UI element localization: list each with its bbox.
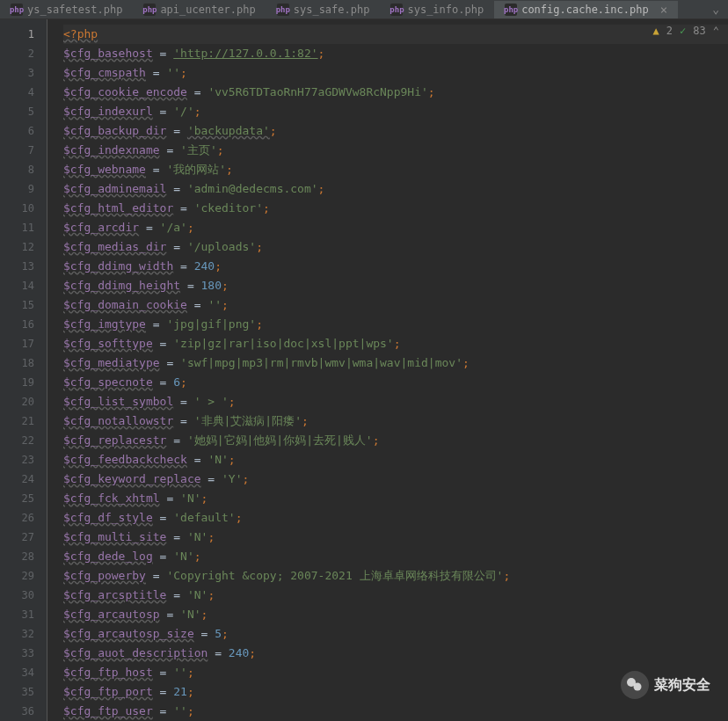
line-number[interactable]: 14 xyxy=(0,276,47,295)
code-line: $cfg_arcautosp = 'N'; xyxy=(63,605,728,624)
line-number[interactable]: 26 xyxy=(0,508,47,528)
line-number[interactable]: 11 xyxy=(0,218,47,237)
code-line: $cfg_indexname = '主页'; xyxy=(63,141,728,160)
code-line: $cfg_html_editor = 'ckeditor'; xyxy=(63,199,728,218)
gutter: 1 2 3 4 5 6 7 8 9 10 11 12 13 14 15 16 1… xyxy=(0,19,47,721)
line-number[interactable]: 13 xyxy=(0,257,47,276)
wechat-icon xyxy=(621,671,649,699)
code-line: $cfg_indexurl = '/'; xyxy=(63,102,728,121)
php-icon: php xyxy=(390,4,403,16)
warning-icon: ▲ xyxy=(653,25,659,37)
code-line: <?php xyxy=(63,25,728,44)
php-icon: php xyxy=(11,4,23,16)
line-number[interactable]: 28 xyxy=(0,547,47,566)
line-number[interactable]: 23 xyxy=(0,450,47,470)
code-line: $cfg_webname = '我的网站'; xyxy=(63,160,728,179)
code-line: $cfg_specnote = 6; xyxy=(63,373,728,392)
code-line: $cfg_notallowstr = '非典|艾滋病|阳痿'; xyxy=(63,411,728,431)
tab-config-cache[interactable]: phpconfig.cache.inc.php× xyxy=(494,1,678,18)
code-line: $cfg_basehost = 'http://127.0.0.1:82'; xyxy=(63,44,728,63)
line-number[interactable]: 16 xyxy=(0,315,47,334)
code-line: $cfg_medias_dir = '/uploads'; xyxy=(63,237,728,257)
line-number[interactable]: 25 xyxy=(0,489,47,508)
php-icon: php xyxy=(143,4,156,16)
line-number[interactable]: 2 xyxy=(0,44,47,63)
line-number[interactable]: 22 xyxy=(0,431,47,450)
line-number[interactable]: 35 xyxy=(0,682,47,702)
code-line: $cfg_fck_xhtml = 'N'; xyxy=(63,489,728,508)
code-line: $cfg_dede_log = 'N'; xyxy=(63,547,728,566)
code-line: $cfg_cookie_encode = 'vv5R6TDTaoRnH77aGD… xyxy=(63,83,728,102)
check-icon: ✓ xyxy=(680,25,686,37)
tab-api-ucenter[interactable]: phpapi_ucenter.php xyxy=(133,2,266,18)
watermark: 菜狗安全 xyxy=(621,671,710,699)
line-number[interactable]: 15 xyxy=(0,295,47,315)
chevron-down-icon[interactable]: ⌄ xyxy=(703,3,728,16)
line-number[interactable]: 20 xyxy=(0,392,47,411)
code-line: $cfg_adminemail = 'admin@dedecms.com'; xyxy=(63,179,728,199)
code-line: $cfg_ddimg_width = 240; xyxy=(63,257,728,276)
code-line: $cfg_imgtype = 'jpg|gif|png'; xyxy=(63,315,728,334)
line-number[interactable]: 36 xyxy=(0,702,47,721)
code-line: $cfg_backup_dir = 'backupdata'; xyxy=(63,121,728,141)
line-number[interactable]: 24 xyxy=(0,470,47,489)
line-number[interactable]: 34 xyxy=(0,663,47,682)
tab-bar: phpys_safetest.php phpapi_ucenter.php ph… xyxy=(0,0,728,19)
code-area[interactable]: <?php $cfg_basehost = 'http://127.0.0.1:… xyxy=(47,19,728,721)
line-number[interactable]: 17 xyxy=(0,334,47,353)
close-icon[interactable]: × xyxy=(660,3,667,17)
inspection-status: ▲2 ✓83 ⌃ xyxy=(653,25,719,37)
code-line: $cfg_multi_site = 'N'; xyxy=(63,528,728,547)
code-line: $cfg_replacestr = '她妈|它妈|他妈|你妈|去死|贱人'; xyxy=(63,431,728,450)
code-editor[interactable]: 1 2 3 4 5 6 7 8 9 10 11 12 13 14 15 16 1… xyxy=(0,19,728,721)
code-line: $cfg_feedbackcheck = 'N'; xyxy=(63,450,728,470)
tab-sys-info[interactable]: phpsys_info.php xyxy=(380,2,494,18)
svg-point-1 xyxy=(634,683,642,691)
code-line: $cfg_auot_description = 240; xyxy=(63,644,728,663)
line-number[interactable]: 9 xyxy=(0,179,47,199)
php-icon: php xyxy=(505,4,517,16)
line-number[interactable]: 27 xyxy=(0,528,47,547)
line-number[interactable]: 1 xyxy=(0,25,47,44)
code-line: $cfg_domain_cookie = ''; xyxy=(63,295,728,315)
code-line: $cfg_list_symbol = ' > '; xyxy=(63,392,728,411)
line-number[interactable]: 18 xyxy=(0,353,47,373)
code-line: $cfg_powerby = 'Copyright &copy; 2007-20… xyxy=(63,566,728,586)
code-line: $cfg_arcautosp_size = 5; xyxy=(63,624,728,644)
code-line: $cfg_mediatype = 'swf|mpg|mp3|rm|rmvb|wm… xyxy=(63,353,728,373)
line-number[interactable]: 7 xyxy=(0,141,47,160)
code-line: $cfg_cmspath = ''; xyxy=(63,63,728,83)
code-line: $cfg_keyword_replace = 'Y'; xyxy=(63,470,728,489)
code-line: $cfg_df_style = 'default'; xyxy=(63,508,728,528)
line-number[interactable]: 32 xyxy=(0,624,47,644)
line-number[interactable]: 31 xyxy=(0,605,47,624)
line-number[interactable]: 29 xyxy=(0,566,47,586)
code-line: $cfg_arcdir = '/a'; xyxy=(63,218,728,237)
chevron-up-down-icon[interactable]: ⌃ xyxy=(713,25,719,37)
tab-sys-safe[interactable]: phpsys_safe.php xyxy=(266,2,381,18)
code-line: $cfg_ftp_user = ''; xyxy=(63,702,728,721)
line-number[interactable]: 12 xyxy=(0,237,47,257)
line-number[interactable]: 4 xyxy=(0,83,47,102)
line-number[interactable]: 10 xyxy=(0,199,47,218)
line-number[interactable]: 19 xyxy=(0,373,47,392)
line-number[interactable]: 5 xyxy=(0,102,47,121)
line-number[interactable]: 21 xyxy=(0,411,47,431)
tab-safetest[interactable]: phpys_safetest.php xyxy=(0,2,133,18)
code-line: $cfg_softtype = 'zip|gz|rar|iso|doc|xsl|… xyxy=(63,334,728,353)
line-number[interactable]: 3 xyxy=(0,63,47,83)
line-number[interactable]: 6 xyxy=(0,121,47,141)
line-number[interactable]: 30 xyxy=(0,586,47,605)
line-number[interactable]: 8 xyxy=(0,160,47,179)
line-number[interactable]: 33 xyxy=(0,644,47,663)
code-line: $cfg_arcsptitle = 'N'; xyxy=(63,586,728,605)
php-icon: php xyxy=(277,4,289,16)
code-line: $cfg_ddimg_height = 180; xyxy=(63,276,728,295)
